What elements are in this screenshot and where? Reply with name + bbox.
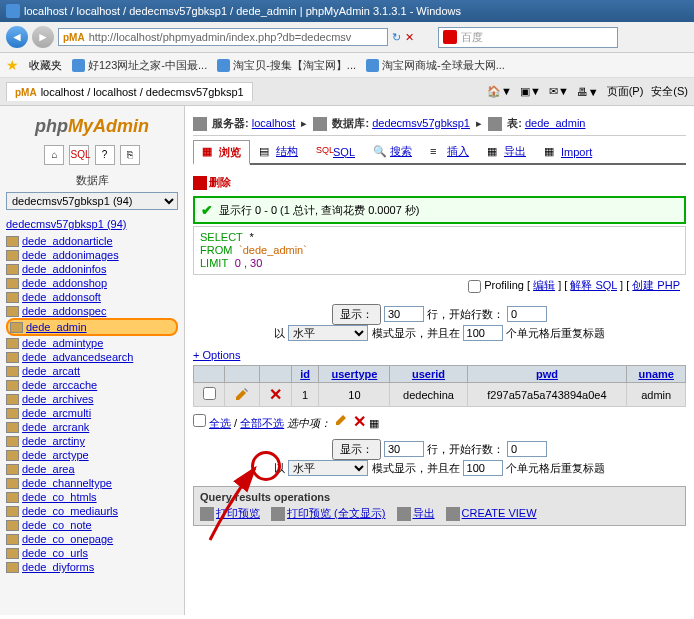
safety-menu[interactable]: 安全(S) [651,84,688,99]
table-icon [6,394,19,405]
pencil-icon[interactable] [334,411,350,427]
print-preview-link[interactable]: 打印预览 [216,507,260,519]
col-id[interactable]: id [300,368,310,380]
sidebar-table-item[interactable]: dede_channeltype [6,476,178,490]
query-icon[interactable]: ⎘ [120,145,140,165]
sql-edit-link[interactable]: 编辑 [533,279,555,291]
sidebar-table-item[interactable]: dede_addonsoft [6,290,178,304]
table-icon [6,236,19,247]
col-userid[interactable]: userid [412,368,445,380]
fav-item-2[interactable]: 淘宝网商城-全球最大网... [366,58,505,73]
sidebar-table-item[interactable]: dede_admintype [6,336,178,350]
sidebar-table-item[interactable]: dede_arcmulti [6,406,178,420]
sidebar-table-item[interactable]: dede_archives [6,392,178,406]
create-view-link[interactable]: CREATE VIEW [462,507,537,519]
show-button-bottom[interactable]: 显示： [332,439,381,460]
sidebar-table-item[interactable]: dede_diyforms [6,560,178,574]
bulk-export-icon[interactable]: ▦ [369,417,379,429]
col-usertype[interactable]: usertype [331,368,377,380]
sidebar-table-item[interactable]: dede_co_mediaurls [6,504,178,518]
start-row-input-bottom[interactable] [507,441,547,457]
print-full-link[interactable]: 打印预览 (全文显示) [287,507,385,519]
mode-select[interactable]: 水平 [288,325,368,341]
sidebar-table-item[interactable]: dede_co_htmls [6,490,178,504]
nav-back-button[interactable]: ◄ [6,26,28,48]
query-ops-legend: Query results operations [200,491,679,503]
col-uname[interactable]: uname [638,368,673,380]
sidebar-table-item[interactable]: dede_admin [6,318,178,336]
row-bulk-actions: 全选 / 全部不选 选中项： ✕ ▦ [193,411,686,431]
table-icon [6,380,19,391]
delete-button[interactable]: 删除 [193,175,231,190]
browser-tab[interactable]: pMA localhost / localhost / dedecmsv57gb… [6,82,253,101]
sidebar-table-item[interactable]: dede_addoninfos [6,262,178,276]
show-button[interactable]: 显示： [332,304,381,325]
refresh-icon[interactable]: ↻ [392,31,401,44]
table-link[interactable]: dede_admin [525,117,586,129]
home-icon[interactable]: 🏠▼ [487,85,512,98]
fav-item-0[interactable]: 好123网址之家-中国最... [72,58,207,73]
mail-icon[interactable]: ✉▼ [549,85,569,98]
mode-select-bottom[interactable]: 水平 [288,460,368,476]
sidebar-table-item[interactable]: dede_co_note [6,518,178,532]
pencil-edit-icon[interactable] [234,386,250,402]
sql-icon[interactable]: SQL [69,145,89,165]
sql-createphp-link[interactable]: 创建 PHP [632,279,680,291]
database-select[interactable]: dedecmsv57gbksp1 (94) [6,192,178,210]
database-link[interactable]: dedecmsv57gbksp1 [372,117,470,129]
stop-icon[interactable]: ✕ [405,31,414,44]
sidebar-table-item[interactable]: dede_co_onepage [6,532,178,546]
sidebar-table-item[interactable]: dede_arctiny [6,434,178,448]
col-pwd[interactable]: pwd [536,368,558,380]
sidebar-table-item[interactable]: dede_arctype [6,448,178,462]
tab-sql[interactable]: SQLSQL [307,140,364,163]
rows-input-bottom[interactable] [384,441,424,457]
url-field[interactable]: pMA http://localhost/phpmyadmin/index.ph… [58,28,388,46]
options-toggle[interactable]: + Options [193,349,686,361]
profiling-checkbox[interactable] [468,280,481,293]
display-controls-bottom: 显示： 行，开始行数： 以 水平 模式显示，并且在 个单元格后重复标题 [193,439,686,476]
home-icon[interactable]: ⌂ [44,145,64,165]
unselect-all-link[interactable]: 全部不选 [240,417,284,429]
table-icon [6,306,19,317]
sidebar-table-item[interactable]: dede_advancedsearch [6,350,178,364]
sidebar-table-item[interactable]: dede_addonimages [6,248,178,262]
sidebar-table-item[interactable]: dede_addonshop [6,276,178,290]
tab-structure[interactable]: ▤结构 [250,140,307,163]
row-delete-icon[interactable]: ✕ [269,386,282,403]
docs-icon[interactable]: ? [95,145,115,165]
nav-forward-button[interactable]: ► [32,26,54,48]
sql-query-box: SELECT * FROM `dede_admin` LIMIT 0 , 30 [193,226,686,275]
page-menu[interactable]: 页面(P) [607,84,644,99]
export-link[interactable]: 导出 [413,507,435,519]
sidebar-table-item[interactable]: dede_arccache [6,378,178,392]
database-link[interactable]: dedecmsv57gbksp1 (94) [6,218,178,230]
bulk-delete-icon[interactable]: ✕ [353,413,366,430]
tab-search[interactable]: 🔍搜索 [364,140,421,163]
headers-repeat-input-bottom[interactable] [463,460,503,476]
rows-input[interactable] [384,306,424,322]
sidebar-table-item[interactable]: dede_area [6,462,178,476]
fav-item-1[interactable]: 淘宝贝-搜集【淘宝网】... [217,58,356,73]
row-checkbox[interactable] [203,387,216,400]
sidebar-table-item[interactable]: dede_arcrank [6,420,178,434]
tab-export[interactable]: ▦导出 [478,140,535,163]
tab-insert[interactable]: ≡插入 [421,140,478,163]
sidebar-table-item[interactable]: dede_addonarticle [6,234,178,248]
sql-explain-link[interactable]: 解释 SQL [570,279,617,291]
tab-import[interactable]: ▦Import [535,140,601,163]
sidebar-table-item[interactable]: dede_addonspec [6,304,178,318]
start-row-input[interactable] [507,306,547,322]
browser-search-box[interactable]: 百度 [438,27,618,48]
feed-icon[interactable]: ▣▼ [520,85,541,98]
tab-browse[interactable]: ▦浏览 [193,140,250,165]
database-label: 数据库 [6,173,178,188]
headers-repeat-input[interactable] [463,325,503,341]
sidebar-table-item[interactable]: dede_arcatt [6,364,178,378]
print-icon[interactable]: 🖶▼ [577,86,599,98]
select-all-link[interactable]: 全选 [209,417,231,429]
sidebar-table-item[interactable]: dede_co_urls [6,546,178,560]
select-all-checkbox[interactable] [193,414,206,427]
favorites-star-icon[interactable]: ★ [6,57,19,73]
server-link[interactable]: localhost [252,117,295,129]
